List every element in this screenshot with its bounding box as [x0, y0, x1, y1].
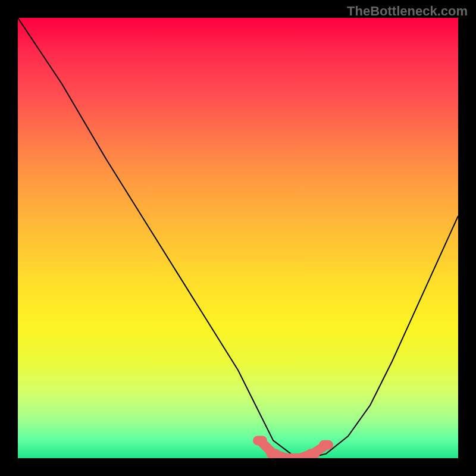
chart-plot-area	[18, 18, 458, 458]
watermark-text: TheBottleneck.com	[347, 4, 468, 19]
chart-svg	[18, 18, 458, 458]
bottleneck-curve-line	[18, 18, 458, 458]
optimal-range-marker	[258, 440, 328, 458]
